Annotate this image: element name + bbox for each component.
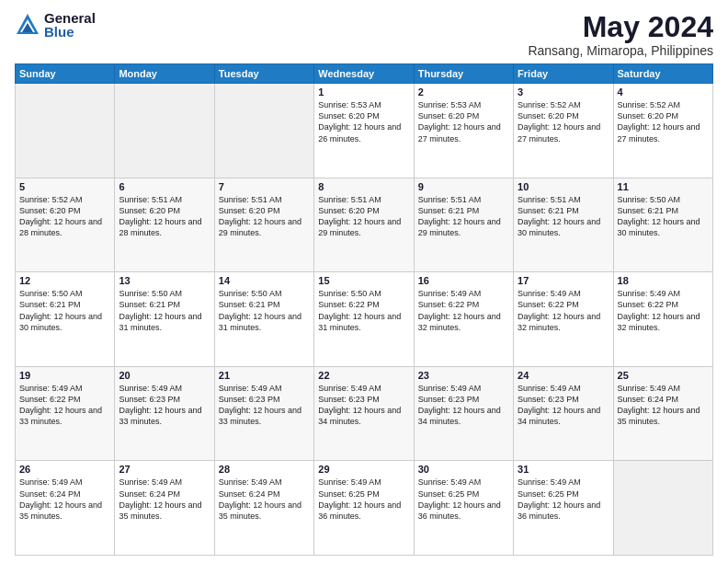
calendar-cell xyxy=(16,84,115,178)
calendar-cell: 7Sunrise: 5:51 AMSunset: 6:20 PMDaylight… xyxy=(214,178,313,272)
calendar-cell: 22Sunrise: 5:49 AMSunset: 6:23 PMDayligh… xyxy=(314,366,414,461)
calendar-cell: 15Sunrise: 5:50 AMSunset: 6:22 PMDayligh… xyxy=(314,272,414,367)
calendar-table: SundayMondayTuesdayWednesdayThursdayFrid… xyxy=(15,63,713,556)
cell-details: Sunrise: 5:49 AMSunset: 6:24 PMDaylight:… xyxy=(618,383,709,428)
calendar-week-row: 1Sunrise: 5:53 AMSunset: 6:20 PMDaylight… xyxy=(16,84,713,178)
day-number: 1 xyxy=(318,86,409,98)
cell-details: Sunrise: 5:51 AMSunset: 6:21 PMDaylight:… xyxy=(518,194,609,239)
day-number: 17 xyxy=(518,275,609,286)
page: General Blue May 2024 Ransang, Mimaropa,… xyxy=(0,0,728,563)
header: General Blue May 2024 Ransang, Mimaropa,… xyxy=(15,11,713,58)
day-number: 15 xyxy=(318,275,409,286)
cell-details: Sunrise: 5:50 AMSunset: 6:21 PMDaylight:… xyxy=(618,194,709,239)
calendar-cell: 30Sunrise: 5:49 AMSunset: 6:25 PMDayligh… xyxy=(414,461,513,556)
cell-details: Sunrise: 5:49 AMSunset: 6:23 PMDaylight:… xyxy=(318,383,409,428)
day-number: 9 xyxy=(418,181,509,192)
cell-details: Sunrise: 5:50 AMSunset: 6:21 PMDaylight:… xyxy=(119,288,210,333)
day-of-week-header: Saturday xyxy=(613,64,712,84)
day-number: 4 xyxy=(618,86,709,98)
day-number: 23 xyxy=(418,370,509,381)
cell-details: Sunrise: 5:49 AMSunset: 6:23 PMDaylight:… xyxy=(418,383,509,428)
day-number: 3 xyxy=(518,86,609,98)
day-number: 29 xyxy=(318,464,409,475)
calendar-cell xyxy=(613,461,712,556)
day-number: 26 xyxy=(19,464,110,475)
calendar-week-row: 19Sunrise: 5:49 AMSunset: 6:22 PMDayligh… xyxy=(16,366,713,461)
calendar-cell: 3Sunrise: 5:52 AMSunset: 6:20 PMDaylight… xyxy=(514,84,613,178)
title-month: May 2024 xyxy=(528,11,713,43)
day-number: 22 xyxy=(318,370,409,381)
cell-details: Sunrise: 5:50 AMSunset: 6:21 PMDaylight:… xyxy=(19,288,110,333)
calendar-cell: 29Sunrise: 5:49 AMSunset: 6:25 PMDayligh… xyxy=(314,461,414,556)
title-location: Ransang, Mimaropa, Philippines xyxy=(528,43,713,58)
day-number: 31 xyxy=(518,464,609,475)
day-number: 6 xyxy=(119,181,210,192)
day-of-week-header: Tuesday xyxy=(214,64,313,84)
logo-icon xyxy=(15,12,40,38)
calendar-cell: 9Sunrise: 5:51 AMSunset: 6:21 PMDaylight… xyxy=(414,178,513,272)
calendar-week-row: 5Sunrise: 5:52 AMSunset: 6:20 PMDaylight… xyxy=(16,178,713,272)
cell-details: Sunrise: 5:49 AMSunset: 6:24 PMDaylight:… xyxy=(219,477,310,522)
cell-details: Sunrise: 5:49 AMSunset: 6:25 PMDaylight:… xyxy=(318,477,409,522)
calendar-cell: 16Sunrise: 5:49 AMSunset: 6:22 PMDayligh… xyxy=(414,272,513,367)
day-number: 20 xyxy=(119,370,210,381)
calendar-cell: 21Sunrise: 5:49 AMSunset: 6:23 PMDayligh… xyxy=(214,366,313,461)
cell-details: Sunrise: 5:51 AMSunset: 6:20 PMDaylight:… xyxy=(119,194,210,239)
logo-blue: Blue xyxy=(44,25,96,39)
calendar-cell: 28Sunrise: 5:49 AMSunset: 6:24 PMDayligh… xyxy=(214,461,313,556)
calendar-cell: 6Sunrise: 5:51 AMSunset: 6:20 PMDaylight… xyxy=(115,178,214,272)
calendar-cell: 27Sunrise: 5:49 AMSunset: 6:24 PMDayligh… xyxy=(115,461,214,556)
day-number: 13 xyxy=(119,275,210,286)
calendar-cell: 18Sunrise: 5:49 AMSunset: 6:22 PMDayligh… xyxy=(613,272,712,367)
calendar-cell: 25Sunrise: 5:49 AMSunset: 6:24 PMDayligh… xyxy=(613,366,712,461)
cell-details: Sunrise: 5:51 AMSunset: 6:20 PMDaylight:… xyxy=(318,194,409,239)
day-of-week-header: Sunday xyxy=(16,64,115,84)
cell-details: Sunrise: 5:49 AMSunset: 6:23 PMDaylight:… xyxy=(518,383,609,428)
cell-details: Sunrise: 5:49 AMSunset: 6:23 PMDaylight:… xyxy=(219,383,310,428)
cell-details: Sunrise: 5:52 AMSunset: 6:20 PMDaylight:… xyxy=(618,99,709,144)
calendar-cell: 11Sunrise: 5:50 AMSunset: 6:21 PMDayligh… xyxy=(613,178,712,272)
cell-details: Sunrise: 5:49 AMSunset: 6:25 PMDaylight:… xyxy=(518,477,609,522)
calendar-cell: 14Sunrise: 5:50 AMSunset: 6:21 PMDayligh… xyxy=(214,272,313,367)
title-block: May 2024 Ransang, Mimaropa, Philippines xyxy=(528,11,713,58)
calendar-cell: 8Sunrise: 5:51 AMSunset: 6:20 PMDaylight… xyxy=(314,178,414,272)
cell-details: Sunrise: 5:51 AMSunset: 6:20 PMDaylight:… xyxy=(219,194,310,239)
day-number: 10 xyxy=(518,181,609,192)
calendar-header-row: SundayMondayTuesdayWednesdayThursdayFrid… xyxy=(16,64,713,84)
calendar-cell: 12Sunrise: 5:50 AMSunset: 6:21 PMDayligh… xyxy=(16,272,115,367)
calendar-cell: 31Sunrise: 5:49 AMSunset: 6:25 PMDayligh… xyxy=(514,461,613,556)
logo: General Blue xyxy=(15,11,96,39)
calendar-cell: 26Sunrise: 5:49 AMSunset: 6:24 PMDayligh… xyxy=(16,461,115,556)
calendar-cell: 1Sunrise: 5:53 AMSunset: 6:20 PMDaylight… xyxy=(314,84,414,178)
day-number: 27 xyxy=(119,464,210,475)
cell-details: Sunrise: 5:49 AMSunset: 6:22 PMDaylight:… xyxy=(19,383,110,428)
calendar-cell: 20Sunrise: 5:49 AMSunset: 6:23 PMDayligh… xyxy=(115,366,214,461)
logo-text: General Blue xyxy=(44,11,96,39)
cell-details: Sunrise: 5:49 AMSunset: 6:25 PMDaylight:… xyxy=(418,477,509,522)
calendar-cell: 10Sunrise: 5:51 AMSunset: 6:21 PMDayligh… xyxy=(514,178,613,272)
calendar-cell: 17Sunrise: 5:49 AMSunset: 6:22 PMDayligh… xyxy=(514,272,613,367)
day-of-week-header: Thursday xyxy=(414,64,513,84)
day-number: 11 xyxy=(618,181,709,192)
cell-details: Sunrise: 5:49 AMSunset: 6:22 PMDaylight:… xyxy=(418,288,509,333)
day-number: 24 xyxy=(518,370,609,381)
cell-details: Sunrise: 5:51 AMSunset: 6:21 PMDaylight:… xyxy=(418,194,509,239)
calendar-week-row: 12Sunrise: 5:50 AMSunset: 6:21 PMDayligh… xyxy=(16,272,713,367)
cell-details: Sunrise: 5:49 AMSunset: 6:22 PMDaylight:… xyxy=(618,288,709,333)
day-number: 8 xyxy=(318,181,409,192)
cell-details: Sunrise: 5:49 AMSunset: 6:23 PMDaylight:… xyxy=(119,383,210,428)
day-number: 25 xyxy=(618,370,709,381)
cell-details: Sunrise: 5:53 AMSunset: 6:20 PMDaylight:… xyxy=(318,99,409,144)
day-number: 18 xyxy=(618,275,709,286)
cell-details: Sunrise: 5:49 AMSunset: 6:24 PMDaylight:… xyxy=(19,477,110,522)
calendar-cell: 5Sunrise: 5:52 AMSunset: 6:20 PMDaylight… xyxy=(16,178,115,272)
day-number: 7 xyxy=(219,181,310,192)
calendar-cell: 19Sunrise: 5:49 AMSunset: 6:22 PMDayligh… xyxy=(16,366,115,461)
day-number: 30 xyxy=(418,464,509,475)
calendar-cell: 24Sunrise: 5:49 AMSunset: 6:23 PMDayligh… xyxy=(514,366,613,461)
cell-details: Sunrise: 5:50 AMSunset: 6:22 PMDaylight:… xyxy=(318,288,409,333)
day-number: 5 xyxy=(19,181,110,192)
logo-general: General xyxy=(44,11,96,25)
day-of-week-header: Monday xyxy=(115,64,214,84)
day-number: 19 xyxy=(19,370,110,381)
